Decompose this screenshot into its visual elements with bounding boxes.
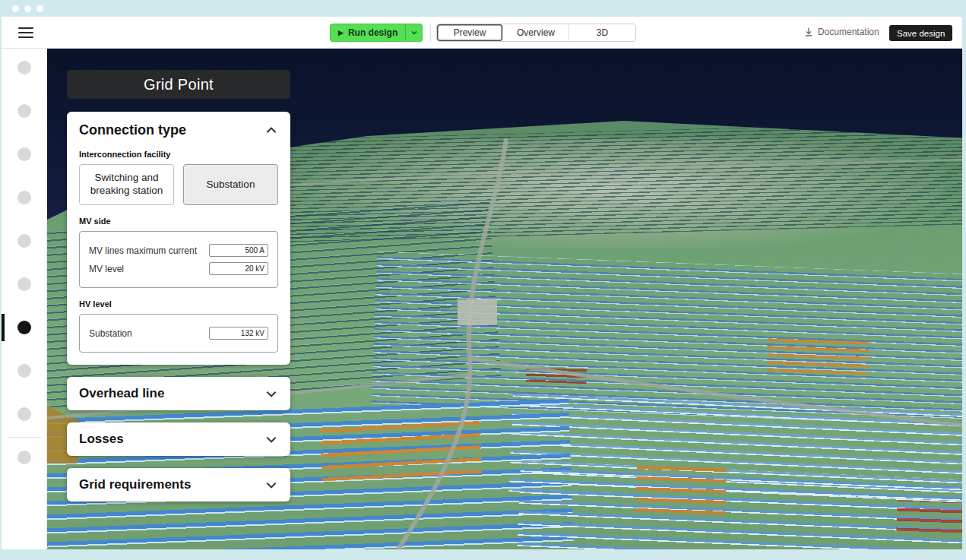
facility-option-substation[interactable]: Substation: [183, 164, 278, 205]
close-window-button[interactable]: [12, 5, 19, 12]
step-dot-3[interactable]: [17, 147, 31, 161]
chevron-down-icon: [264, 387, 278, 400]
losses-section[interactable]: Losses: [67, 422, 290, 456]
grid-requirements-title: Grid requirements: [79, 477, 191, 492]
play-icon: ▶: [338, 29, 344, 36]
hv-level-group: Substation: [79, 314, 278, 353]
toolbar-divider: [430, 24, 431, 42]
grid-requirements-section[interactable]: Grid requirements: [67, 468, 290, 501]
hv-substation-input[interactable]: [209, 327, 268, 340]
active-step-indicator: [2, 314, 5, 341]
facility-options: Switching and breaking station Substatio…: [79, 164, 278, 205]
step-dot-2[interactable]: [17, 104, 31, 118]
overhead-line-title: Overhead line: [79, 386, 164, 401]
run-design-split-button: ▶ Run design: [330, 24, 423, 42]
hv-level-label: HV level: [79, 299, 278, 308]
step-dot-1[interactable]: [17, 61, 31, 74]
toolbar: ▶ Run design Preview Overview 3D Documen…: [2, 17, 962, 49]
interconnection-facility-label: Interconnection facility: [79, 150, 278, 159]
tab-3d[interactable]: 3D: [569, 24, 635, 41]
step-dot-7-active[interactable]: [17, 321, 31, 334]
view-switcher: Preview Overview 3D: [436, 24, 636, 42]
save-design-button[interactable]: Save design: [889, 25, 952, 41]
step-sidebar: [2, 49, 47, 549]
documentation-link[interactable]: Documentation: [804, 27, 879, 37]
hv-substation-row: Substation: [89, 327, 268, 340]
mv-max-current-input[interactable]: [209, 244, 268, 257]
mv-max-current-label: MV lines maximum current: [89, 245, 197, 256]
step-dot-4[interactable]: [17, 191, 31, 204]
step-dot-9[interactable]: [17, 407, 31, 421]
connection-type-header[interactable]: Connection type: [79, 122, 278, 138]
mv-max-current-row: MV lines maximum current: [89, 244, 268, 257]
chevron-down-icon: [264, 478, 278, 492]
connection-type-title: Connection type: [79, 122, 186, 138]
download-icon: [804, 27, 813, 36]
step-dot-8[interactable]: [17, 364, 31, 378]
menu-icon[interactable]: [18, 27, 33, 38]
mv-level-input[interactable]: [209, 262, 268, 275]
mv-level-label: MV level: [89, 264, 124, 274]
tab-overview[interactable]: Overview: [503, 24, 569, 41]
overhead-line-section[interactable]: Overhead line: [67, 377, 290, 410]
run-design-dropdown-button[interactable]: [405, 24, 423, 42]
connection-type-card: Connection type Interconnection facility…: [67, 112, 290, 365]
app-window: ▶ Run design Preview Overview 3D Documen…: [0, 0, 966, 560]
step-dot-10[interactable]: [17, 451, 31, 464]
3d-scene-viewport[interactable]: Grid Point Connection type Interconnecti…: [47, 49, 962, 549]
step-dot-5[interactable]: [17, 234, 31, 248]
losses-title: Losses: [79, 432, 124, 447]
step-dot-6[interactable]: [17, 277, 31, 291]
panel-title: Grid Point: [67, 70, 290, 99]
run-design-label: Run design: [348, 27, 397, 38]
zoom-window-button[interactable]: [36, 5, 43, 12]
chevron-down-icon: [264, 432, 278, 446]
hv-substation-label: Substation: [89, 328, 132, 339]
grid-point-panel: Grid Point Connection type Interconnecti…: [67, 70, 290, 501]
mv-side-group: MV lines maximum current MV level: [79, 231, 278, 288]
mv-side-label: MV side: [79, 217, 278, 226]
tab-preview[interactable]: Preview: [437, 24, 503, 41]
chevron-down-icon: [410, 29, 418, 36]
documentation-label: Documentation: [818, 27, 879, 37]
minimize-window-button[interactable]: [24, 5, 31, 12]
chevron-up-icon: [264, 124, 278, 138]
facility-option-switching-station[interactable]: Switching and breaking station: [79, 164, 174, 205]
titlebar: [0, 0, 966, 17]
run-design-button[interactable]: ▶ Run design: [330, 24, 405, 42]
mv-level-row: MV level: [89, 262, 268, 275]
sidebar-divider: [8, 437, 41, 438]
